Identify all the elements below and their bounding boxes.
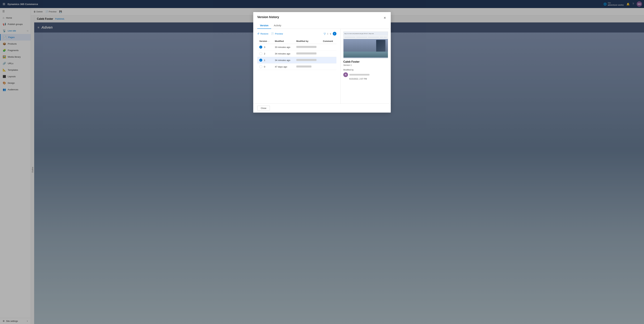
modal-overlay: Version history ✕ Version Activity ↺ Res… [0, 0, 229, 129]
